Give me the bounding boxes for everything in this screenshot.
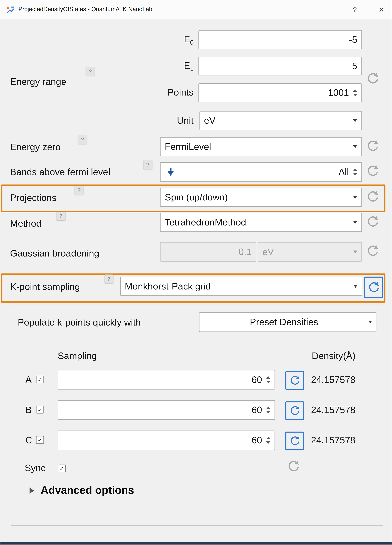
bands-above-label: Bands above fermi level (10, 167, 110, 178)
help-icon[interactable]: ? (78, 135, 87, 144)
help-icon[interactable]: ? (105, 274, 113, 283)
chevron-down-icon (353, 145, 357, 148)
chevron-down-icon (353, 251, 357, 253)
reset-icon (366, 215, 379, 228)
chevron-down-icon (368, 321, 372, 323)
gaussian-label: Gaussian broadening (10, 248, 99, 259)
spinner-down-button[interactable] (266, 381, 270, 383)
help-icon[interactable]: ? (75, 186, 83, 195)
spinner (266, 431, 270, 450)
row-a-label: A (25, 375, 32, 385)
sampling-b-input[interactable]: 60 (58, 400, 275, 420)
spinner-down-button[interactable] (266, 411, 270, 414)
reset-icon (367, 281, 380, 293)
unit-label: Unit (118, 115, 193, 126)
sampling-a-reset-button[interactable] (285, 371, 304, 390)
chevron-down-icon (353, 196, 357, 199)
spinner-down-button[interactable] (353, 173, 357, 175)
reset-icon (287, 460, 300, 473)
bands-above-reset-button[interactable] (366, 164, 379, 178)
window-close-button[interactable]: ✕ (374, 5, 388, 15)
row-c-label: C (25, 435, 32, 446)
preset-densities-select[interactable]: Preset Densities (199, 312, 376, 332)
spinner-up-button[interactable] (353, 89, 357, 92)
e0-input[interactable]: -5 (199, 30, 362, 49)
window-help-button[interactable]: ? (348, 5, 362, 15)
app-icon (6, 5, 15, 14)
spinner (353, 84, 357, 102)
spinner-up-button[interactable] (266, 437, 270, 439)
spinner-down-button[interactable] (266, 441, 270, 444)
title-bar: ProjectedDensityOfStates - QuantumATK Na… (0, 0, 392, 19)
sampling-c-reset-button[interactable] (285, 432, 304, 450)
e0-label: E0 (118, 34, 193, 46)
points-label: Points (118, 87, 193, 98)
reset-icon (366, 72, 379, 85)
kpoint-select[interactable]: Monkhorst-Pack grid (120, 277, 362, 296)
sampling-b-reset-button[interactable] (285, 401, 304, 420)
row-b-label: B (25, 405, 32, 416)
e1-input[interactable]: 5 (199, 56, 362, 75)
density-a-value: 24.157578 (311, 375, 355, 385)
energy-range-reset-button[interactable] (366, 72, 379, 85)
help-icon[interactable]: ? (56, 211, 65, 220)
chevron-down-icon (353, 285, 358, 288)
populate-label: Populate k-points quickly with (18, 317, 141, 328)
spinner (266, 371, 270, 389)
checkbox-a[interactable] (36, 376, 44, 383)
method-label: Method (10, 218, 41, 229)
checkbox-b[interactable] (36, 406, 44, 414)
spinner (353, 163, 357, 181)
energy-zero-reset-button[interactable] (366, 139, 379, 153)
density-c-value: 24.157578 (311, 435, 355, 446)
kpoint-label: K-point sampling (10, 281, 80, 292)
sync-reset-button[interactable] (287, 460, 300, 473)
gaussian-input: 0.1 (160, 242, 256, 261)
reset-icon (289, 375, 300, 386)
kpoint-reset-button[interactable] (364, 277, 383, 298)
gaussian-reset-button[interactable] (366, 244, 379, 257)
sync-label: Sync (25, 463, 46, 474)
help-icon[interactable]: ? (86, 67, 94, 76)
window-title: ProjectedDensityOfStates - QuantumATK Na… (19, 6, 152, 13)
projections-label: Projections (10, 192, 56, 203)
sampling-c-input[interactable]: 60 (58, 431, 275, 450)
spinner-down-button[interactable] (353, 94, 357, 96)
advanced-options-expander[interactable]: Advanced options (41, 484, 134, 496)
density-b-value: 24.157578 (311, 405, 355, 416)
reset-icon (366, 139, 379, 153)
density-header: Density(Å) (312, 351, 355, 361)
energy-zero-select[interactable]: FermiLevel (160, 137, 362, 156)
spinner-up-button[interactable] (353, 169, 357, 171)
reset-icon (289, 405, 300, 416)
window-bottom-edge (0, 542, 392, 545)
method-select[interactable]: TetrahedronMethod (160, 213, 362, 232)
energy-range-label: Energy range (10, 76, 66, 87)
spinner-up-button[interactable] (266, 376, 270, 379)
dialog-window: ProjectedDensityOfStates - QuantumATK Na… (0, 0, 392, 545)
checkbox-sync[interactable] (58, 464, 66, 472)
down-arrow-icon (165, 166, 176, 178)
spinner-up-button[interactable] (266, 407, 270, 409)
chevron-down-icon (353, 119, 357, 122)
e1-label: E1 (118, 61, 193, 73)
spinner (266, 401, 270, 419)
expander-arrow-icon[interactable] (30, 488, 34, 494)
projections-select[interactable]: Spin (up/down) (160, 188, 362, 207)
reset-icon (366, 190, 379, 203)
bands-above-input[interactable]: All (160, 162, 362, 182)
method-reset-button[interactable] (366, 215, 379, 228)
checkbox-c[interactable] (36, 436, 44, 444)
gaussian-unit-select: eV (258, 242, 362, 261)
reset-icon (366, 164, 379, 178)
projections-reset-button[interactable] (366, 190, 379, 203)
reset-icon (366, 244, 379, 257)
energy-zero-label: Energy zero (10, 142, 61, 153)
reset-icon (289, 435, 300, 446)
help-icon[interactable]: ? (143, 160, 152, 169)
unit-select[interactable]: eV (199, 111, 362, 130)
points-input[interactable]: 1001 (199, 83, 362, 102)
chevron-down-icon (353, 221, 357, 224)
sampling-header: Sampling (58, 351, 97, 361)
sampling-a-input[interactable]: 60 (58, 370, 275, 390)
